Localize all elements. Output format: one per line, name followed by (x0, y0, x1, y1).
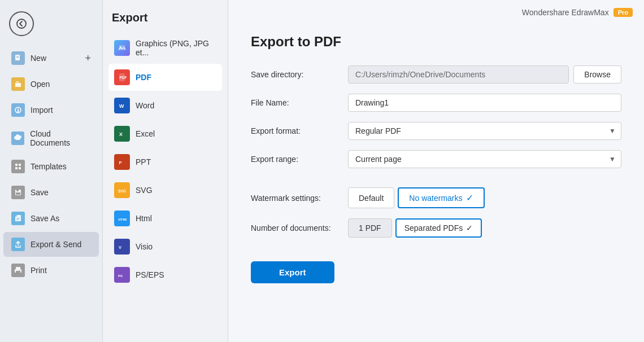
pdf-icon: PDF (114, 69, 130, 85)
saveas-icon (11, 212, 25, 225)
export-format-select[interactable]: Regular PDF PDF/A PDF/X (348, 122, 621, 140)
export-button[interactable]: Export (251, 261, 334, 283)
svg-rect-15 (16, 267, 20, 269)
export-item-pseps-label: PS/EPS (136, 270, 164, 279)
export-item-ppt[interactable]: P PPT (108, 148, 222, 176)
export-item-word[interactable]: W Word (108, 92, 222, 119)
num-documents-label: Number of documents: (251, 223, 341, 233)
print-icon (11, 264, 25, 277)
num-documents-separated-button[interactable]: Separated PDFs ✓ (395, 218, 482, 238)
export-item-visio[interactable]: V Visio (108, 233, 222, 260)
checkmark-icon: ✓ (466, 192, 473, 203)
new-plus-icon: + (85, 52, 91, 64)
svg-rect-6 (15, 164, 18, 166)
sidebar-item-export-send[interactable]: Export & Send (3, 232, 99, 257)
svg-rect-17 (16, 271, 20, 273)
svg-rect-9 (19, 167, 21, 169)
file-name-input[interactable] (348, 94, 621, 112)
sidebar-item-cloud-documents[interactable]: Cloud Documents (3, 124, 99, 153)
pseps-icon: PS (114, 267, 130, 283)
sidebar-item-open[interactable]: Open (3, 72, 99, 97)
sidebar-item-open-label: Open (31, 80, 50, 89)
export-item-svg[interactable]: SVG SVG (108, 177, 222, 204)
ppt-icon: P (114, 154, 130, 170)
svg-point-20 (120, 46, 121, 48)
svg-rect-12 (16, 192, 20, 195)
svg-text:PDF: PDF (120, 76, 127, 80)
watermark-no-label: No watermarks (409, 194, 462, 203)
app-title-area: Wondershare EdrawMax Pro (522, 8, 633, 17)
sidebar-item-cloud-label: Cloud Documents (30, 129, 91, 147)
num-documents-btn-group: 1 PDF Separated PDFs ✓ (348, 218, 482, 238)
sidebar-item-templates[interactable]: Templates (3, 154, 99, 179)
export-range-select-wrapper: Current page All pages Custom range ▼ (348, 150, 621, 168)
sidebar: New + Open Import Cloud Docu (0, 0, 103, 342)
sidebar-item-save-label: Save (31, 188, 49, 197)
export-format-row: Export format: Regular PDF PDF/A PDF/X ▼ (251, 122, 621, 140)
visio-icon: V (114, 239, 130, 255)
export-format-control: Regular PDF PDF/A PDF/X ▼ (348, 122, 621, 140)
graphics-icon (114, 40, 130, 56)
export-panel: Export Graphics (PNG, JPG et... PDF PDF … (103, 0, 228, 342)
export-item-html-label: Html (136, 214, 152, 223)
sidebar-item-import[interactable]: Import (3, 98, 99, 122)
separated-checkmark-icon: ✓ (466, 223, 473, 233)
export-item-visio-label: Visio (136, 242, 153, 251)
export-item-word-label: Word (136, 101, 154, 110)
svg-point-18 (19, 270, 20, 271)
svg-rect-7 (19, 164, 21, 166)
import-icon (11, 103, 25, 117)
sidebar-item-print[interactable]: Print (3, 258, 99, 283)
back-button[interactable] (9, 11, 34, 36)
svg-text:PS: PS (118, 274, 123, 278)
num-documents-row: Number of documents: 1 PDF Separated PDF… (251, 218, 621, 238)
sidebar-item-save[interactable]: Save (3, 180, 99, 205)
new-icon (11, 51, 25, 65)
svg-text:SVG: SVG (118, 189, 126, 193)
sidebar-item-new[interactable]: New + (3, 46, 99, 71)
file-name-label: File Name: (251, 98, 341, 107)
svg-rect-11 (16, 190, 19, 191)
pro-badge: Pro (613, 8, 633, 17)
svg-point-0 (17, 19, 26, 28)
export-panel-title: Export (108, 11, 222, 24)
num-documents-count-button[interactable]: 1 PDF (348, 218, 392, 238)
separated-pdfs-label: Separated PDFs (404, 223, 463, 233)
app-name: Wondershare EdrawMax (522, 8, 609, 17)
export-item-excel[interactable]: X Excel (108, 120, 222, 147)
export-button-row: Export (251, 248, 621, 283)
export-item-html[interactable]: HTML Html (108, 205, 222, 232)
export-range-select[interactable]: Current page All pages Custom range (348, 150, 621, 168)
save-directory-input[interactable] (348, 65, 569, 84)
svg-text:W: W (119, 103, 124, 109)
export-item-graphics-label: Graphics (PNG, JPG et... (136, 39, 216, 57)
sidebar-item-export-label: Export & Send (31, 240, 81, 249)
watermark-row: Watermark settings: Default No watermark… (251, 187, 621, 208)
export-item-pdf-label: PDF (136, 73, 151, 82)
sidebar-item-save-as[interactable]: Save As (3, 206, 99, 231)
svg-icon: SVG (114, 182, 130, 198)
watermark-no-button[interactable]: No watermarks ✓ (398, 187, 484, 208)
cloud-icon (11, 131, 24, 145)
excel-icon: X (114, 126, 130, 142)
export-format-select-wrapper: Regular PDF PDF/A PDF/X ▼ (348, 122, 621, 140)
sidebar-item-import-label: Import (31, 106, 53, 115)
word-icon: W (114, 98, 130, 113)
browse-button[interactable]: Browse (573, 65, 621, 84)
svg-text:V: V (119, 245, 121, 250)
file-name-row: File Name: (251, 94, 621, 112)
export-item-pdf[interactable]: PDF PDF (108, 64, 222, 91)
export-icon (11, 238, 25, 251)
export-range-label: Export range: (251, 155, 341, 164)
export-item-graphics[interactable]: Graphics (PNG, JPG et... (108, 33, 222, 63)
sidebar-item-saveas-label: Save As (31, 214, 59, 223)
main-content: Wondershare EdrawMax Pro Export to PDF S… (228, 0, 644, 342)
export-item-pseps[interactable]: PS PS/EPS (108, 261, 222, 288)
watermark-default-button[interactable]: Default (348, 187, 394, 208)
sidebar-item-templates-label: Templates (31, 162, 67, 171)
save-directory-label: Save directory: (251, 70, 341, 79)
svg-text:X: X (119, 131, 123, 137)
export-range-row: Export range: Current page All pages Cus… (251, 150, 621, 168)
open-icon (11, 77, 25, 91)
svg-rect-8 (15, 167, 18, 169)
